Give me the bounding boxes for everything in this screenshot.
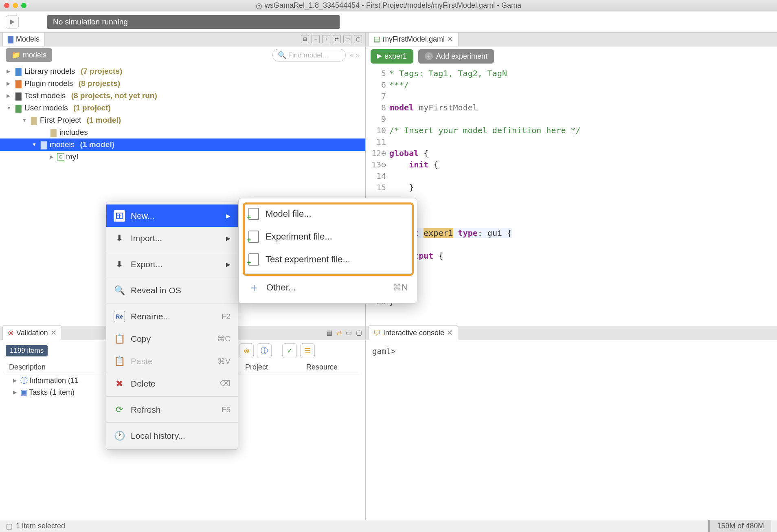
reveal-icon: 🔍 — [114, 285, 125, 296]
close-tab-icon[interactable]: ✕ — [50, 328, 57, 337]
menu-item-history[interactable]: 🕐 Local history... — [106, 424, 238, 447]
submenu-model-file[interactable]: Model file... — [239, 202, 417, 225]
filter-icon[interactable]: ▤ — [326, 329, 332, 336]
models-folder-button[interactable]: 📁 models — [6, 48, 52, 62]
plus-icon[interactable]: + — [322, 35, 330, 43]
context-menu: New... ▶ ⬇ Import... ▶ ⬇ Export... ▶ 🔍 R… — [106, 202, 238, 450]
min-icon[interactable]: ▭ — [346, 329, 352, 336]
items-count-badge: 1199 items — [6, 345, 48, 356]
editor-panel: ▤ myFirstModel.gaml ✕ exper1 + Add exper… — [366, 33, 777, 326]
add-experiment-button[interactable]: + Add experiment — [418, 49, 494, 64]
memory-status: 159M of 480M — [708, 520, 771, 532]
close-window-button[interactable] — [4, 3, 9, 8]
link-icon[interactable]: ⇄ — [333, 35, 341, 43]
menu-item-refresh[interactable]: ⟳ Refresh F5 — [106, 398, 238, 421]
copy-icon: 📋 — [114, 333, 125, 345]
submenu-other[interactable]: ＋ Other... ⌘N — [239, 276, 417, 299]
submenu-arrow-icon: ▶ — [226, 261, 230, 268]
search-input[interactable]: 🔍 Find model... — [272, 49, 346, 62]
collapse-icon[interactable]: ⊟ — [301, 35, 309, 43]
tree-model-file[interactable]: ▶G myI — [0, 151, 365, 163]
window-title: ◎ wsGamaRel_1.8_334544454 - First Projec… — [256, 1, 521, 10]
folder-icon: ▢ — [6, 522, 13, 531]
submenu-experiment-file[interactable]: Experiment file... — [239, 225, 417, 248]
plus-icon: + — [425, 52, 433, 60]
new-submenu: Model file... Experiment file... Test ex… — [238, 198, 417, 303]
play-icon — [9, 19, 15, 25]
file-icon — [248, 208, 259, 220]
statusbar: ▢ 1 item selected 159M of 480M — [0, 520, 777, 532]
tree-test-models[interactable]: ▶▇ Test models (8 projects, not yet run) — [0, 90, 365, 102]
nav-fwd-icon[interactable]: » — [356, 51, 360, 59]
menu-item-new[interactable]: New... ▶ — [106, 204, 238, 227]
menu-item-import[interactable]: ⬇ Import... ▶ — [106, 227, 238, 249]
refresh-icon: ⟳ — [114, 404, 125, 415]
svg-marker-0 — [10, 20, 15, 24]
error-icon: ⊗ — [8, 328, 14, 337]
console-output[interactable]: gaml> — [366, 340, 777, 362]
menu-item-delete[interactable]: ✖ Delete ⌫ — [106, 372, 238, 395]
gaml-file-icon: ▤ — [373, 35, 380, 44]
task-icon: ▣ — [20, 388, 27, 397]
delete-key-icon: ⌫ — [219, 379, 230, 388]
list-toggle[interactable]: ☰ — [300, 343, 315, 358]
tab-models[interactable]: ▇ Models — [2, 33, 45, 46]
minus-icon[interactable]: − — [312, 35, 320, 43]
history-icon: 🕐 — [114, 430, 125, 442]
min-icon[interactable]: ▭ — [343, 35, 351, 43]
main-toolbar: No simulation running — [0, 11, 777, 33]
run-experiment-button[interactable]: exper1 — [371, 49, 413, 64]
nav-back-icon[interactable]: « — [350, 51, 354, 59]
menu-item-reveal[interactable]: 🔍 Reveal in OS — [106, 279, 238, 301]
run-simulation-button[interactable] — [6, 15, 19, 29]
menu-item-paste: 📋 Paste ⌘V — [106, 350, 238, 372]
import-icon: ⬇ — [114, 233, 125, 244]
warning-toggle[interactable]: ⊗ — [239, 343, 254, 358]
maximize-window-button[interactable] — [21, 3, 26, 8]
plus-icon: ＋ — [248, 280, 260, 295]
sync-icon[interactable]: ⇄ — [336, 329, 342, 336]
model-tree: ▶▇ Library models (7 projects) ▶▇ Plugin… — [0, 64, 365, 165]
menu-item-rename[interactable]: Re Rename... F2 — [106, 305, 238, 328]
close-tab-icon[interactable]: ✕ — [447, 35, 453, 44]
menu-item-export[interactable]: ⬇ Export... ▶ — [106, 253, 238, 275]
info-icon: ⓘ — [20, 376, 28, 385]
new-icon — [114, 210, 125, 222]
close-tab-icon[interactable]: ✕ — [447, 328, 453, 337]
max-icon[interactable]: ▢ — [354, 35, 362, 43]
delete-icon: ✖ — [114, 378, 125, 389]
tree-models-folder[interactable]: ▼▇ models (1 model) — [0, 138, 365, 151]
selection-status: 1 item selected — [16, 522, 65, 530]
submenu-test-file[interactable]: Test experiment file... — [239, 248, 417, 271]
tree-first-project[interactable]: ▼▇ First Project (1 model) — [0, 114, 365, 126]
file-icon — [248, 253, 259, 266]
console-icon: 🗨 — [373, 329, 381, 337]
tab-console[interactable]: 🗨 Interactive console ✕ — [368, 325, 458, 340]
titlebar: ◎ wsGamaRel_1.8_334544454 - First Projec… — [0, 0, 777, 11]
folder-icon: ▇ — [8, 35, 13, 44]
tab-editor[interactable]: ▤ myFirstModel.gaml ✕ — [368, 33, 459, 46]
play-icon — [377, 54, 382, 59]
code-editor[interactable]: 56789101112⊖13⊖14152022242526 * Tags: Ta… — [366, 66, 777, 326]
paste-icon: 📋 — [114, 356, 125, 367]
menu-item-copy[interactable]: 📋 Copy ⌘C — [106, 328, 238, 350]
submenu-arrow-icon: ▶ — [226, 213, 230, 219]
simulation-status: No simulation running — [47, 15, 340, 29]
tab-validation[interactable]: ⊗ Validation ✕ — [2, 325, 62, 340]
max-icon[interactable]: ▢ — [356, 329, 362, 336]
folder-icon: 📁 — [11, 51, 20, 59]
export-icon: ⬇ — [114, 259, 125, 270]
minimize-window-button[interactable] — [13, 3, 18, 8]
tree-includes[interactable]: ▇ includes — [0, 126, 365, 138]
console-panel: 🗨 Interactive console ✕ gaml> — [366, 326, 777, 520]
file-icon — [248, 231, 259, 243]
svg-marker-1 — [377, 54, 382, 59]
tree-library-models[interactable]: ▶▇ Library models (7 projects) — [0, 65, 365, 77]
app-icon: ◎ — [256, 1, 262, 10]
check-toggle[interactable]: ✓ — [282, 343, 297, 358]
rename-icon: Re — [114, 311, 125, 322]
tree-plugin-models[interactable]: ▶▇ Plugin models (8 projects) — [0, 77, 365, 90]
tree-user-models[interactable]: ▼▇ User models (1 project) — [0, 102, 365, 114]
info-toggle[interactable]: ⓘ — [257, 343, 272, 358]
submenu-arrow-icon: ▶ — [226, 235, 230, 242]
